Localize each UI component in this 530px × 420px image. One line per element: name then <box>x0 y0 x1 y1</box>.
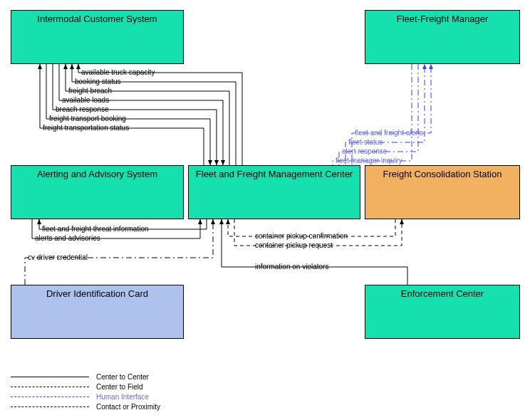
node-label: Fleet-Freight Manager <box>397 14 489 24</box>
legend-line-dashdot-black-icon <box>11 406 89 407</box>
link-label-pickup-confirm: container pickup confirmation <box>255 232 348 240</box>
node-freight-consolidation-station: Freight Consolidation Station <box>365 165 520 219</box>
legend-row-c2f: Center to Field <box>11 382 160 392</box>
node-driver-identification-card: Driver Identification Card <box>11 285 184 339</box>
node-intermodal-customer-system: Intermodal Customer System <box>11 10 184 64</box>
link-label-cv-credential: cv driver credential <box>28 253 88 261</box>
legend-line-solid-icon <box>11 377 89 377</box>
link-label-breach-response: breach response <box>56 105 109 113</box>
node-enforcement-center: Enforcement Center <box>365 285 520 339</box>
legend-label: Center to Center <box>96 373 149 381</box>
legend-row-hi: Human Interface <box>11 392 160 401</box>
link-label-freight-breach: freight breach <box>68 87 112 95</box>
link-label-available-loads: available loads <box>62 96 109 104</box>
node-label: Enforcement Center <box>401 288 484 299</box>
link-label-transportation-status: freight transportation status <box>43 124 129 132</box>
node-label: Driver Identification Card <box>46 288 148 299</box>
legend-label: Contact or Proximity <box>96 403 160 411</box>
node-fleet-freight-manager: Fleet-Freight Manager <box>365 10 520 64</box>
legend-row-cp: Contact or Proximity <box>11 401 160 411</box>
link-label-booking-status: booking status <box>75 78 121 85</box>
link-label-alert-response: alert response <box>342 147 387 155</box>
node-label: Intermodal Customer System <box>37 14 157 24</box>
node-label: Fleet and Freight Management Center <box>196 169 353 179</box>
legend-line-dashed-icon <box>11 387 89 387</box>
link-label-ff-alerts: fleet and freight alerts <box>355 129 423 137</box>
legend: Center to Center Center to Field Human I… <box>11 372 160 411</box>
legend-row-c2c: Center to Center <box>11 372 160 382</box>
link-label-pickup-request: container pickup request <box>255 241 333 249</box>
link-label-truck-capacity: available truck capacity <box>81 68 155 76</box>
link-label-fleet-status: fleet status <box>348 138 383 146</box>
legend-label: Center to Field <box>96 383 143 391</box>
node-fleet-freight-management-center: Fleet and Freight Management Center <box>188 165 360 219</box>
legend-line-dashdot-blue-icon <box>11 397 89 397</box>
node-label: Freight Consolidation Station <box>383 169 502 179</box>
link-label-alerts: alerts and advisories <box>35 234 100 242</box>
link-label-violators: information on violators <box>255 263 328 271</box>
node-label: Alerting and Advisory System <box>37 169 157 179</box>
link-label-threat-info: fleet and freight threat information <box>42 225 149 233</box>
legend-label: Human Interface <box>96 393 149 401</box>
node-alerting-advisory-system: Alerting and Advisory System <box>11 165 184 219</box>
link-label-transport-booking: freight transport booking <box>49 115 126 122</box>
link-label-manager-inquiry: fleet manager inquiry <box>336 157 402 164</box>
